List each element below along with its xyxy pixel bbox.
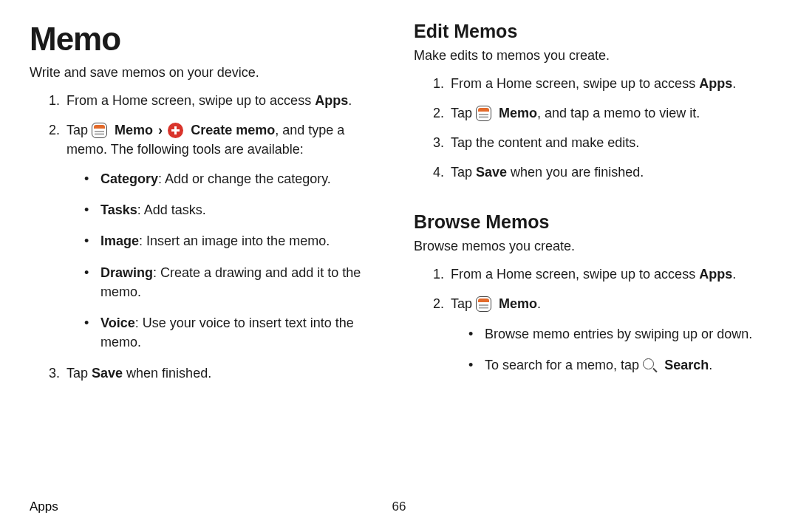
search-icon	[643, 358, 657, 372]
text: .	[732, 76, 736, 91]
memo-label: Memo	[499, 296, 537, 311]
browse-memos-steps: From a Home screen, swipe up to access A…	[414, 265, 768, 386]
tool-name: Drawing	[100, 265, 153, 280]
text: Tap	[451, 106, 476, 120]
page-intro: Write and save memos on your device.	[30, 65, 384, 81]
text: Tap	[451, 296, 476, 311]
text: .	[348, 93, 352, 108]
tool-desc: : Insert an image into the memo.	[139, 233, 330, 248]
list-item: Category: Add or change the category.	[84, 169, 384, 188]
save-label: Save	[92, 366, 123, 381]
memo-create-steps: From a Home screen, swipe up to access A…	[30, 91, 384, 393]
search-label: Search	[664, 358, 709, 372]
memo-label: Memo	[499, 106, 537, 120]
footer-section-label: Apps	[30, 499, 58, 514]
browse-memos-intro: Browse memos you create.	[414, 239, 768, 254]
list-item: Tasks: Add tasks.	[84, 200, 384, 219]
plus-icon	[168, 123, 183, 138]
list-item: From a Home screen, swipe up to access A…	[64, 91, 384, 110]
edit-memos-intro: Make edits to memos you create.	[414, 48, 768, 64]
text: when finished.	[123, 366, 211, 381]
browse-memos-title: Browse Memos	[414, 211, 768, 233]
page-title: Memo	[30, 21, 384, 58]
right-column: Edit Memos Make edits to memos you creat…	[414, 21, 768, 532]
list-item: Tap Memo, and tap a memo to view it.	[448, 103, 768, 123]
text: From a Home screen, swipe up to access	[451, 267, 699, 282]
list-item: Tap Memo. Browse memo entries by swiping…	[448, 294, 768, 374]
list-item: Tap the content and make edits.	[448, 133, 768, 152]
text: To search for a memo, tap	[485, 358, 643, 372]
list-item: Drawing: Create a drawing and add it to …	[84, 263, 384, 301]
edit-memos-steps: From a Home screen, swipe up to access A…	[414, 74, 768, 192]
text: From a Home screen, swipe up to access	[451, 76, 699, 91]
chevron-right-icon: ›	[158, 120, 163, 140]
list-item: Tap Save when finished.	[64, 364, 384, 383]
tool-name: Image	[100, 233, 139, 248]
tool-desc: : Add or change the category.	[158, 171, 331, 186]
text: .	[537, 296, 541, 311]
text: Tap	[66, 366, 92, 381]
list-item: Tap Memo › Create memo, and type a memo.…	[64, 120, 384, 352]
apps-label: Apps	[699, 76, 732, 91]
create-memo-label: Create memo	[191, 123, 275, 137]
tool-desc: : Add tasks.	[137, 202, 206, 217]
tool-name: Category	[100, 171, 158, 186]
tools-list: Category: Add or change the category. Ta…	[66, 169, 384, 352]
list-item: Browse memo entries by swiping up or dow…	[468, 324, 768, 344]
apps-label: Apps	[315, 93, 348, 108]
edit-memos-title: Edit Memos	[414, 21, 768, 42]
save-label: Save	[476, 165, 507, 180]
footer-page-number: 66	[392, 499, 406, 514]
memo-app-icon	[476, 296, 491, 312]
list-item: From a Home screen, swipe up to access A…	[448, 265, 768, 284]
memo-label: Memo	[115, 123, 153, 137]
tool-desc: : Use your voice to insert text into the…	[100, 316, 354, 349]
list-item: Image: Insert an image into the memo.	[84, 231, 384, 250]
text: From a Home screen, swipe up to access	[66, 93, 315, 108]
text: Tap	[451, 165, 476, 180]
text: , and tap a memo to view it.	[537, 106, 700, 120]
tool-name: Tasks	[100, 202, 137, 217]
text: when you are finished.	[507, 165, 644, 180]
browse-sublist: Browse memo entries by swiping up or dow…	[451, 324, 768, 375]
list-item: From a Home screen, swipe up to access A…	[448, 74, 768, 93]
list-item: Tap Save when you are finished.	[448, 163, 768, 182]
apps-label: Apps	[699, 267, 732, 282]
text: .	[709, 358, 712, 372]
text: .	[732, 267, 736, 282]
list-item: Voice: Use your voice to insert text int…	[84, 313, 384, 352]
memo-app-icon	[476, 106, 491, 121]
memo-app-icon	[92, 123, 107, 138]
tool-name: Voice	[100, 316, 135, 330]
text: Tap	[66, 123, 92, 137]
list-item: To search for a memo, tap Search.	[468, 355, 768, 375]
left-column: Memo Write and save memos on your device…	[30, 21, 384, 532]
